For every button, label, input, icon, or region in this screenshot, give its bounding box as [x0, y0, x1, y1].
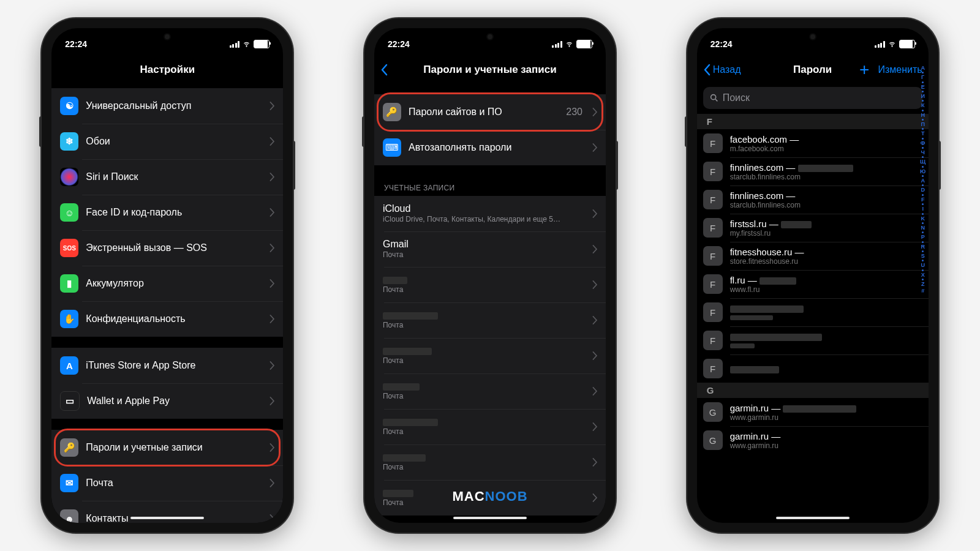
account-sub: Почта: [383, 356, 585, 366]
account-row[interactable]: Почта: [374, 302, 606, 338]
wallet-icon: ▭: [60, 391, 80, 411]
account-row[interactable]: Почта: [374, 373, 606, 409]
chevron-right-icon: [270, 361, 274, 370]
chevron-right-icon: [592, 209, 597, 218]
add-button[interactable]: +: [859, 61, 869, 78]
password-row[interactable]: F: [697, 298, 929, 326]
svg-point-2: [892, 46, 892, 47]
chevron-right-icon: [270, 137, 274, 146]
account-row[interactable]: iCloudiCloud Drive, Почта, Контакты, Кал…: [374, 196, 606, 231]
back-button[interactable]: Назад: [703, 64, 741, 76]
chevron-right-icon: [270, 102, 274, 110]
account-sub: Почта: [383, 427, 585, 437]
settings-row-appstore[interactable]: AiTunes Store и App Store: [51, 348, 283, 383]
password-row[interactable]: Ggarmin.ru —www.garmin.ru: [697, 426, 929, 454]
row-key[interactable]: 🔑Пароли сайтов и ПО230: [374, 94, 606, 130]
password-row[interactable]: Ffinnlines.com —starclub.finnlines.com: [697, 186, 929, 214]
contacts-icon: ☻: [60, 509, 78, 523]
svg-point-0: [246, 46, 247, 47]
row-label: Универсальный доступ: [86, 100, 191, 111]
home-indicator: [776, 517, 850, 519]
account-sub: iCloud Drive, Почта, Контакты, Календари…: [383, 215, 585, 225]
password-row[interactable]: Ffacebook.com —m.facebook.com: [697, 129, 929, 157]
password-row[interactable]: F: [697, 326, 929, 354]
row-label: Контакты: [86, 513, 128, 523]
settings-row-wallet[interactable]: ▭Wallet и Apple Pay: [51, 383, 283, 419]
signal-icon: [552, 41, 562, 48]
password-sub: starclub.finnlines.com: [730, 201, 922, 209]
row-label: Обои: [86, 136, 110, 146]
settings-row-siri[interactable]: Siri и Поиск: [51, 159, 283, 195]
password-title: garmin.ru —: [730, 403, 922, 413]
accounts-header: УЧЕТНЫЕ ЗАПИСИ: [374, 180, 606, 196]
password-row[interactable]: Ffirstssl.ru — my.firstssl.ru: [697, 214, 929, 242]
row-label: iTunes Store и App Store: [86, 360, 195, 370]
faceid-icon: ☺: [60, 203, 78, 222]
settings-row-privacy[interactable]: ✋Конфиденциальность: [51, 301, 283, 337]
battery-icon: [899, 40, 915, 48]
status-time: 22:24: [65, 39, 87, 49]
password-row[interactable]: F: [697, 354, 929, 383]
password-row[interactable]: Ffinnlines.com — starclub.finnlines.com: [697, 157, 929, 186]
password-title: fitnesshouse.ru —: [730, 247, 922, 257]
row-label: Почта: [86, 478, 113, 488]
siri-icon: [60, 168, 78, 186]
site-letter-icon: F: [703, 359, 723, 378]
password-row[interactable]: Ffitnesshouse.ru —store.fitnesshouse.ru: [697, 242, 929, 270]
phone-passwords-list: 22:24 Назад Пароли + Изменить Поиск: [687, 18, 938, 533]
sos-icon: SOS: [60, 239, 78, 257]
search-input[interactable]: Поиск: [703, 87, 922, 109]
phone-settings: 22:24 Настройки ☯Универсальный доступ❄Об…: [42, 18, 293, 533]
password-sub: store.fitnesshouse.ru: [730, 257, 922, 266]
home-indicator: [453, 517, 527, 519]
chevron-right-icon: [270, 244, 274, 252]
row-label: Конфиденциальность: [86, 313, 185, 324]
settings-row-wallpaper[interactable]: ❄Обои: [51, 124, 283, 159]
settings-row-accessibility[interactable]: ☯Универсальный доступ: [51, 88, 283, 124]
svg-point-1: [569, 46, 570, 47]
edit-button[interactable]: Изменить: [878, 64, 922, 75]
battery-icon: [576, 40, 592, 48]
account-row[interactable]: Почта: [374, 409, 606, 444]
account-sub: Почта: [383, 321, 585, 331]
account-row[interactable]: Почта: [374, 338, 606, 373]
nav-bar: Назад Пароли + Изменить: [697, 56, 929, 83]
chevron-right-icon: [270, 443, 274, 452]
back-label: Назад: [713, 64, 741, 75]
account-row[interactable]: Почта: [374, 444, 606, 480]
wifi-icon: [565, 41, 574, 48]
settings-row-faceid[interactable]: ☺Face ID и код-пароль: [51, 195, 283, 230]
keyboard-icon: ⌨: [383, 138, 401, 157]
password-title: [730, 303, 922, 313]
site-letter-icon: F: [703, 331, 723, 350]
password-title: [730, 331, 922, 342]
account-title: Gmail: [383, 239, 409, 249]
status-time: 22:24: [710, 39, 733, 49]
row-keyboard[interactable]: ⌨Автозаполнять пароли: [374, 130, 606, 165]
account-row[interactable]: GmailПочта: [374, 231, 606, 267]
settings-row-sos[interactable]: SOSЭкстренный вызов — SOS: [51, 230, 283, 266]
password-row[interactable]: Ffl.ru — www.fl.ru: [697, 270, 929, 298]
settings-row-battery[interactable]: ▮Аккумулятор: [51, 266, 283, 301]
account-title: iCloud: [383, 203, 410, 214]
alpha-index[interactable]: АГЕИКНПТФЧЩЮADFIKNPRSUXZ#: [919, 83, 927, 515]
settings-row-passwords[interactable]: 🔑Пароли и учетные записи: [51, 430, 283, 465]
password-sub: [730, 342, 922, 350]
battery-icon: ▮: [60, 274, 78, 293]
account-sub: Почта: [383, 285, 585, 295]
chevron-right-icon: [270, 397, 274, 405]
settings-row-contacts[interactable]: ☻Контакты: [51, 501, 283, 523]
chevron-right-icon: [592, 245, 597, 253]
back-button[interactable]: [380, 64, 388, 76]
password-sub: m.facebook.com: [730, 144, 922, 153]
signal-icon: [230, 41, 240, 48]
account-row[interactable]: Почта: [374, 267, 606, 302]
password-row[interactable]: Ggarmin.ru — www.garmin.ru: [697, 398, 929, 426]
settings-row-mail[interactable]: ✉Почта: [51, 465, 283, 501]
notch: [435, 28, 545, 45]
status-time: 22:24: [388, 39, 410, 49]
site-letter-icon: G: [703, 430, 723, 450]
chevron-right-icon: [592, 458, 597, 467]
password-title: fl.ru —: [730, 275, 922, 285]
phone-passwords-accounts: 22:24 Пароли и учетные записи 🔑Пароли са…: [364, 18, 616, 533]
